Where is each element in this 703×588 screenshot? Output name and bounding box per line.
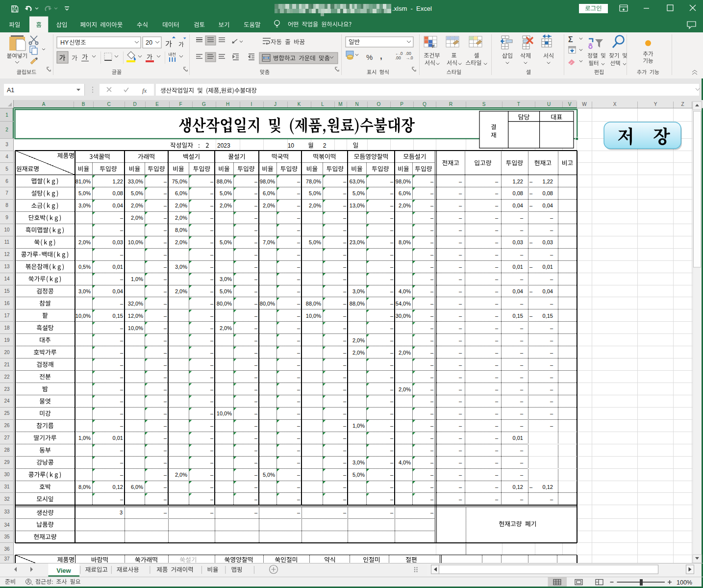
svg-text:–: –	[390, 510, 394, 515]
svg-text:–: –	[390, 288, 394, 294]
svg-text:–: –	[164, 496, 167, 502]
svg-text:–: –	[297, 472, 301, 478]
svg-text:–: –	[343, 398, 347, 404]
svg-text:–: –	[297, 239, 301, 245]
svg-text:–: –	[254, 203, 258, 208]
svg-text:–: –	[459, 227, 462, 233]
svg-text:20: 20	[146, 39, 152, 46]
svg-text:6: 6	[5, 179, 8, 184]
svg-text:–: –	[343, 510, 347, 515]
svg-text:80,0%: 80,0%	[260, 301, 275, 307]
svg-text:0,04: 0,04	[113, 288, 123, 294]
svg-text:–: –	[297, 423, 301, 429]
svg-text:–: –	[390, 190, 394, 196]
svg-text:–: –	[390, 179, 394, 184]
svg-text:–: –	[520, 496, 524, 502]
svg-text:–: –	[459, 264, 462, 270]
svg-text:37: 37	[4, 556, 10, 562]
svg-text:1,22: 1,22	[113, 179, 123, 184]
svg-text:10,0%: 10,0%	[217, 410, 232, 416]
svg-text:–: –	[390, 398, 394, 404]
svg-text:0,03: 0,03	[513, 239, 523, 245]
svg-text:–: –	[297, 447, 301, 453]
svg-text:–: –	[297, 435, 301, 441]
svg-text:5,0%: 5,0%	[220, 288, 232, 294]
svg-text:–: –	[520, 398, 524, 404]
svg-text:–: –	[164, 386, 167, 392]
svg-text:≠: ≠	[432, 43, 435, 50]
svg-text:–: –	[210, 203, 214, 208]
svg-text:13: 13	[4, 264, 10, 269]
svg-text:E: E	[155, 102, 159, 107]
svg-text:8,0%: 8,0%	[175, 227, 187, 233]
svg-text:–: –	[297, 362, 301, 368]
svg-text:–: –	[430, 227, 434, 233]
svg-text:–: –	[430, 460, 434, 465]
svg-text:–: –	[430, 472, 434, 478]
svg-text:–: –	[297, 227, 301, 233]
svg-text:–: –	[550, 374, 553, 380]
svg-text:–: –	[297, 313, 301, 319]
svg-text:1,0%: 1,0%	[352, 423, 365, 429]
svg-text:0,15: 0,15	[513, 313, 523, 319]
svg-text:–: –	[430, 362, 434, 368]
svg-text:S: S	[482, 102, 486, 107]
svg-text:–: –	[459, 484, 462, 490]
svg-text:6,0%: 6,0%	[131, 484, 143, 490]
svg-text:25: 25	[4, 410, 10, 416]
svg-text:–: –	[459, 460, 462, 465]
svg-text:–: –	[520, 423, 524, 429]
svg-text:–: –	[254, 386, 258, 392]
svg-text:–: –	[297, 301, 301, 307]
svg-text:–: –	[495, 484, 499, 490]
svg-text:5: 5	[5, 166, 8, 172]
svg-text:HY: HY	[60, 39, 69, 46]
svg-text:–: –	[520, 386, 524, 392]
svg-text:–: –	[459, 252, 462, 257]
svg-text:–: –	[210, 227, 214, 233]
svg-text:2: 2	[323, 142, 326, 149]
svg-text:.00: .00	[395, 55, 401, 60]
svg-text:27: 27	[4, 435, 10, 440]
svg-text:98,0%: 98,0%	[260, 179, 275, 184]
svg-text:,: ,	[380, 51, 382, 61]
svg-text:–: –	[120, 337, 124, 343]
svg-text:–: –	[254, 179, 258, 184]
svg-text:–: –	[390, 460, 394, 465]
svg-text:–: –	[495, 227, 499, 233]
svg-text:–: –	[164, 374, 167, 380]
svg-text:A: A	[42, 102, 46, 107]
svg-text:2,0%: 2,0%	[175, 203, 187, 208]
svg-text:0,01: 0,01	[113, 435, 123, 441]
svg-text:–: –	[430, 252, 434, 257]
svg-text:–: –	[550, 386, 553, 392]
svg-text:–: –	[297, 276, 301, 282]
svg-text:–: –	[164, 252, 167, 257]
svg-text:Q: Q	[423, 102, 427, 107]
svg-text:–: –	[459, 215, 462, 221]
svg-text:–: –	[164, 239, 167, 245]
svg-text:–: –	[495, 350, 499, 356]
svg-text:–: –	[430, 496, 434, 502]
svg-text:–: –	[459, 374, 462, 380]
svg-text:0,01: 0,01	[513, 264, 523, 270]
svg-text:–: –	[297, 203, 301, 208]
svg-text:–: –	[459, 288, 462, 294]
svg-text:–: –	[495, 460, 499, 465]
svg-text:–: –	[550, 215, 553, 221]
svg-text:10,0%: 10,0%	[128, 325, 143, 331]
svg-text:–: –	[210, 350, 214, 356]
svg-text:2,0%: 2,0%	[399, 203, 411, 208]
svg-text:6,0%: 6,0%	[399, 190, 411, 196]
svg-text:N: N	[355, 102, 358, 107]
svg-text:–: –	[210, 423, 214, 429]
svg-text:–: –	[254, 313, 258, 319]
svg-text:75,0%: 75,0%	[172, 179, 187, 184]
svg-text:8,0%: 8,0%	[78, 484, 91, 490]
svg-text:2,0%: 2,0%	[131, 215, 143, 221]
svg-text:–: –	[254, 460, 258, 465]
svg-text:3,0%: 3,0%	[220, 276, 232, 282]
svg-text:0,04: 0,04	[113, 203, 123, 208]
svg-text:8,0%: 8,0%	[399, 239, 411, 245]
svg-text:–: –	[164, 313, 167, 319]
